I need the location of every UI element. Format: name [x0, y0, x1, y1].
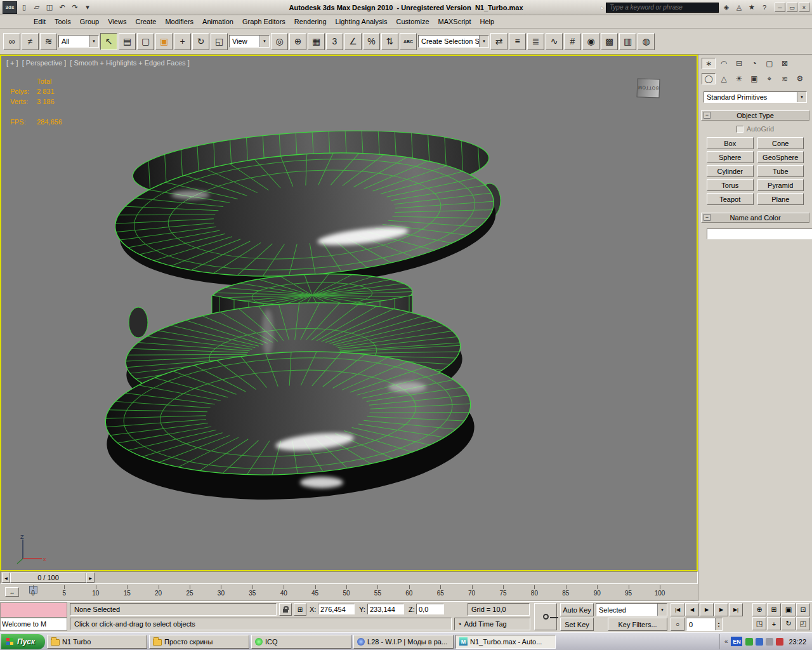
object-type-geosphere[interactable]: GeoSphere [757, 151, 804, 163]
menu-maxscript[interactable]: MAXScript [434, 16, 476, 27]
infocenter-search-icon[interactable]: ◈ [721, 2, 732, 13]
curve-editor[interactable]: ∿ [546, 33, 563, 50]
viewport-shading-label[interactable]: [ Smooth + Highlights + Edged Faces ] [70, 59, 189, 67]
object-type-plane[interactable]: Plane [757, 193, 804, 205]
start-button[interactable]: Пуск [1, 634, 45, 649]
select-and-link[interactable]: ∞ [3, 33, 20, 50]
select-and-manipulate[interactable]: ⊕ [289, 33, 306, 50]
reference-coordinate-system-dropdown[interactable]: View▼ [229, 35, 270, 48]
timeline-ruler[interactable]: ↔ 05101520253035404550556065707580859095… [0, 584, 698, 601]
object-type-pyramid[interactable]: Pyramid [757, 179, 804, 191]
maxscript-macro-recorder[interactable] [0, 602, 67, 618]
previous-frame-arrow[interactable]: ◀ [2, 573, 10, 583]
render-production[interactable]: ◍ [638, 33, 655, 50]
edit-named-selection-sets[interactable]: ABC [400, 33, 417, 50]
new-scene-icon[interactable]: ▯ [18, 2, 30, 13]
mirror[interactable]: ⇄ [490, 33, 508, 50]
tray-chevron-icon[interactable]: « [724, 638, 728, 645]
select-object[interactable]: ↖ [100, 33, 117, 50]
systems-category[interactable]: ⚙ [793, 73, 807, 84]
viewport[interactable]: [ + ] [ Perspective ] [ Smooth + Highlig… [0, 55, 698, 571]
object-type-cylinder[interactable]: Cylinder [707, 165, 754, 177]
keyword-search-input[interactable] [606, 3, 719, 13]
object-type-rollout[interactable]: − Object Type [701, 110, 809, 121]
time-slider[interactable]: ◀ 0 / 100 ▶ [0, 571, 698, 584]
next-frame-button[interactable]: ▶ [714, 603, 728, 616]
snaps-toggle[interactable]: 3 [326, 33, 343, 50]
lights-category[interactable]: ☀ [732, 73, 746, 84]
space-warps-category[interactable]: ≋ [778, 73, 792, 84]
restore-button[interactable]: ▭ [787, 3, 797, 12]
open-mini-track-bar[interactable]: ↔ [5, 587, 19, 597]
minimize-button[interactable]: ─ [775, 3, 785, 12]
percent-snap-toggle[interactable]: % [363, 33, 380, 50]
schematic-view[interactable]: # [564, 33, 581, 50]
zoom-all-button[interactable]: ⊞ [767, 603, 781, 616]
taskbar-item[interactable]: Просто скрины [149, 635, 249, 649]
pan-button[interactable]: + [767, 617, 781, 630]
language-indicator[interactable]: EN [731, 637, 742, 646]
tray-icon-blue[interactable] [756, 638, 763, 646]
layer-manager[interactable]: ≣ [527, 33, 544, 50]
menu-animation[interactable]: Animation [198, 16, 238, 27]
menu-help[interactable]: Help [476, 16, 499, 27]
keyboard-shortcut-override-toggle[interactable]: ▦ [308, 33, 325, 50]
taskbar-item[interactable]: L28 - W.I.P | Моды в ра... [353, 635, 454, 649]
maxscript-mini-listener[interactable]: Welcome to M [0, 618, 67, 631]
utilities-tab[interactable]: ⊠ [778, 58, 792, 69]
menu-lighting-analysis[interactable]: Lighting Analysis [331, 16, 392, 27]
use-pivot-point-center[interactable]: ◎ [271, 33, 288, 50]
zoom-button[interactable]: ⊕ [752, 603, 766, 616]
redo-icon[interactable]: ↷ [69, 2, 81, 13]
create-tab[interactable]: ∗ [702, 58, 716, 69]
tray-icon-gray[interactable] [766, 638, 773, 646]
helpers-category[interactable]: ⌖ [763, 73, 776, 84]
play-button[interactable]: ▶ [700, 603, 714, 616]
next-frame-arrow[interactable]: ▶ [86, 573, 95, 583]
taskbar-item[interactable]: MN1_Turbo.max - Auto... [455, 635, 556, 649]
autogrid-checkbox[interactable] [737, 126, 743, 133]
rendered-frame-window[interactable]: ▥ [619, 33, 636, 50]
render-setup[interactable]: ▩ [601, 33, 618, 50]
save-file-icon[interactable]: ◫ [44, 2, 55, 13]
auto-key-button[interactable]: Auto Key [560, 603, 594, 616]
help-icon[interactable]: ? [759, 2, 770, 13]
menu-group[interactable]: Group [75, 16, 104, 27]
object-type-box[interactable]: Box [707, 137, 754, 149]
previous-frame-button[interactable]: ◀ [685, 603, 699, 616]
unlink-selection[interactable]: ≠ [22, 33, 39, 50]
current-frame-field[interactable]: 0 ▲▼ [686, 618, 723, 631]
material-editor[interactable]: ◉ [582, 33, 599, 50]
menu-rendering[interactable]: Rendering [290, 16, 331, 27]
rectangular-selection-region[interactable]: ▢ [137, 33, 154, 50]
menu-views[interactable]: Views [103, 16, 131, 27]
menu-create[interactable]: Create [131, 16, 160, 27]
menu-tools[interactable]: Tools [50, 16, 75, 27]
absolute-offset-toggle[interactable]: ⊞ [294, 603, 306, 616]
hierarchy-tab[interactable]: ⊟ [732, 58, 746, 69]
object-type-teapot[interactable]: Teapot [707, 193, 754, 205]
viewport-menu-plus[interactable]: [ + ] [6, 59, 18, 67]
communication-center-icon[interactable]: ◬ [733, 2, 745, 13]
object-type-tube[interactable]: Tube [757, 165, 804, 177]
go-to-end-button[interactable]: ▶| [729, 603, 743, 616]
tray-icon-green[interactable] [745, 638, 753, 646]
primitive-type-dropdown[interactable]: Standard Primitives ▼ [704, 91, 807, 103]
maximize-viewport-button[interactable]: ◰ [796, 617, 810, 630]
selection-filter-dropdown[interactable]: All▼ [58, 35, 99, 48]
tray-icon-red[interactable] [776, 638, 783, 646]
frame-spinner[interactable]: ▲▼ [715, 618, 722, 630]
object-type-sphere[interactable]: Sphere [707, 151, 754, 163]
modify-tab[interactable]: ◠ [717, 58, 731, 69]
select-and-rotate[interactable]: ↻ [192, 33, 209, 50]
select-by-name[interactable]: ▤ [119, 33, 136, 50]
menu-modifiers[interactable]: Modifiers [160, 16, 198, 27]
menu-graph-editors[interactable]: Graph Editors [238, 16, 290, 27]
angle-snap-toggle[interactable]: ∠ [344, 33, 362, 50]
align[interactable]: ≡ [509, 33, 526, 50]
zoom-extents-all-button[interactable]: ⊡ [796, 603, 810, 616]
z-coord-field[interactable]: 0,0 [416, 604, 444, 614]
menu-customize[interactable]: Customize [392, 16, 434, 27]
close-button[interactable]: × [799, 3, 809, 12]
name-and-color-rollout[interactable]: − Name and Color [701, 213, 809, 223]
